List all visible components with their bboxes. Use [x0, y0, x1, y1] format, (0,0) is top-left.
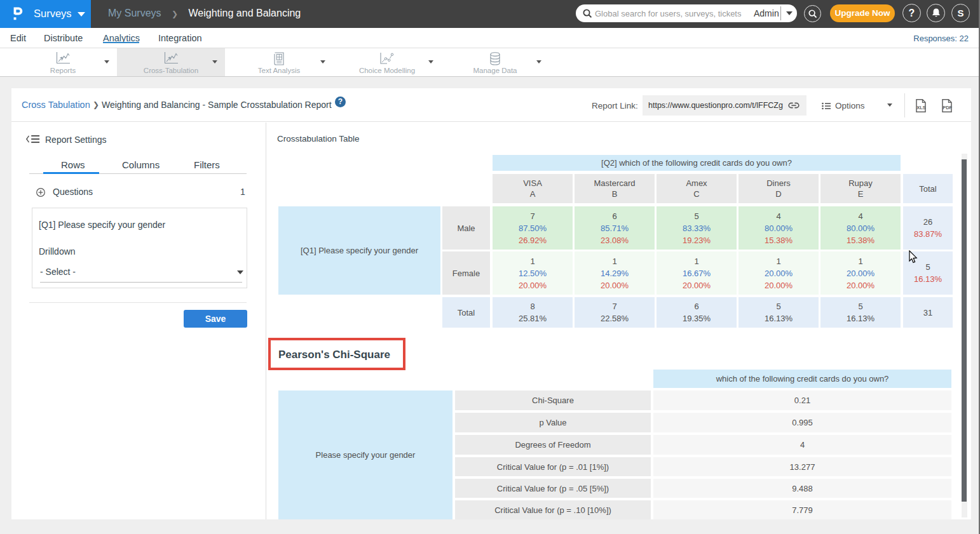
svg-text:PDF: PDF — [943, 105, 952, 110]
svg-text:XLS: XLS — [916, 105, 926, 110]
